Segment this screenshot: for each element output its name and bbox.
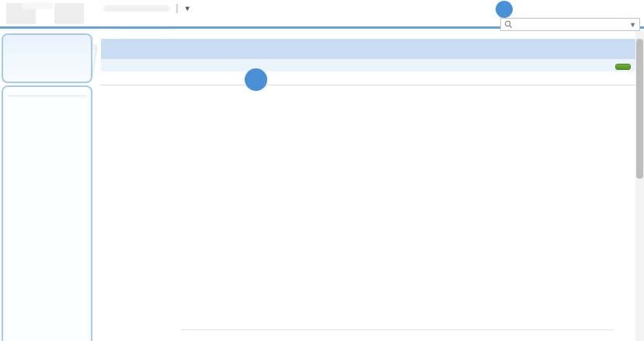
header: | ▼ ▼ <box>0 0 644 29</box>
chevron-down-icon: ▼ <box>184 5 191 12</box>
folder-panel <box>2 85 92 341</box>
step-2-badge <box>245 68 267 91</box>
redaction-overlay <box>118 15 169 26</box>
search-dropdown-icon[interactable]: ▼ <box>629 21 636 29</box>
toolbar-band <box>101 59 635 71</box>
account-email-redacted <box>103 5 170 12</box>
search-input[interactable] <box>513 20 629 30</box>
logo-redacted-right <box>54 3 84 24</box>
main-content <box>101 31 635 341</box>
search-icon <box>504 20 513 29</box>
separator: | <box>172 2 181 13</box>
compose-panel <box>2 33 92 83</box>
tab-bar <box>101 39 635 59</box>
switch-account-link[interactable]: ▼ <box>184 2 191 13</box>
sidebar-divider <box>9 96 85 96</box>
page-title <box>101 31 635 39</box>
content-bottom-divider <box>181 329 614 330</box>
account-info: | ▼ <box>103 2 191 15</box>
table-header-row <box>101 71 635 85</box>
scrollbar-thumb[interactable] <box>636 39 643 179</box>
vertical-scrollbar[interactable] <box>635 31 644 341</box>
search-box[interactable]: ▼ <box>500 18 640 31</box>
complaint-button[interactable] <box>615 64 631 70</box>
step-1-badge <box>496 1 513 18</box>
logo-redacted-text <box>22 2 53 9</box>
